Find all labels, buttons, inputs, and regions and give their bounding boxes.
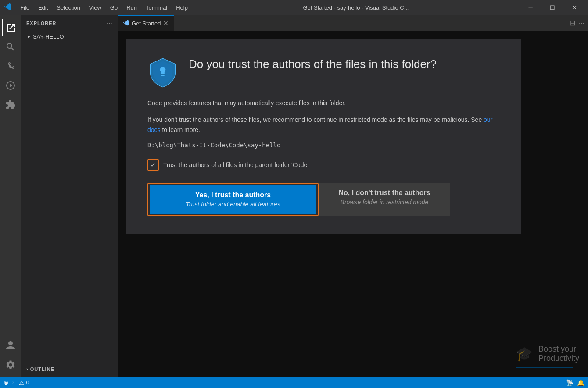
error-icon: ⊗ (4, 379, 9, 386)
sidebar-header: EXPLORER ··· (21, 15, 118, 31)
checkbox-row: ✓ Trust the authors of all files in the … (147, 157, 500, 172)
yes-trust-button[interactable]: Yes, I trust the authors Trust folder an… (150, 185, 316, 214)
broadcast-status[interactable]: 📡 (566, 379, 574, 386)
dialog-para2: If you don't trust the authors of these … (147, 115, 500, 135)
dialog-body: Code provides features that may automati… (147, 98, 500, 149)
menu-run[interactable]: Run (123, 4, 140, 12)
menu-file[interactable]: File (17, 4, 33, 12)
yes-button-main-label: Yes, I trust the authors (195, 191, 271, 199)
explorer-activity-icon[interactable] (2, 19, 19, 36)
yes-button-sub-label: Trust folder and enable all features (186, 201, 280, 208)
svg-rect-2 (160, 74, 166, 75)
dialog-overlay: Do you trust the authors of the files in… (118, 31, 588, 377)
no-button-sub-label: Browse folder in restricted mode (341, 199, 429, 206)
outline-arrow-icon: › (26, 367, 29, 372)
split-editor-button[interactable]: ⊟ (570, 19, 575, 27)
dialog-header: Do you trust the authors of the files in… (147, 57, 500, 89)
editor-area: Get Started ✕ ⊟ ··· le best ns to e als … (118, 15, 588, 377)
menu-go[interactable]: Go (107, 4, 121, 12)
menu-selection[interactable]: Selection (53, 4, 83, 12)
buttons-row: Yes, I trust the authors Trust folder an… (147, 183, 500, 216)
status-right: 📡 🔔 (566, 379, 584, 386)
tab-bar: Get Started ✕ ⊟ ··· (118, 15, 588, 31)
menu-edit[interactable]: Edit (35, 4, 51, 12)
tab-vscode-icon (123, 20, 129, 27)
trust-checkbox[interactable]: ✓ (149, 161, 157, 169)
search-activity-icon[interactable] (2, 38, 19, 56)
account-activity-icon[interactable] (2, 337, 19, 354)
maximize-button[interactable]: ☐ (542, 0, 563, 15)
dialog-para1: Code provides features that may automati… (147, 98, 500, 108)
menu-view[interactable]: View (86, 4, 105, 12)
tab-label: Get Started (132, 20, 161, 27)
trust-dialog: Do you trust the authors of the files in… (126, 39, 521, 234)
checkbox-label: Trust the authors of all files in the pa… (163, 161, 308, 168)
menu-help[interactable]: Help (172, 4, 191, 12)
vscode-logo (4, 3, 11, 13)
tab-bar-actions: ⊟ ··· (566, 15, 588, 31)
sidebar-title: EXPLORER (26, 21, 57, 26)
error-status[interactable]: ⊗ 0 (4, 379, 14, 386)
close-button[interactable]: ✕ (564, 0, 584, 15)
sidebar: EXPLORER ··· ▼ SAY-HELLO › OUTLINE (21, 15, 118, 377)
title-bar: File Edit Selection View Go Run Terminal… (0, 0, 588, 15)
minimize-button[interactable]: ─ (520, 0, 541, 15)
warning-count: 0 (26, 380, 29, 386)
get-started-tab[interactable]: Get Started ✕ (118, 15, 174, 31)
outline-section[interactable]: › OUTLINE (21, 363, 118, 375)
warning-icon: ⚠ (19, 379, 25, 386)
activity-bar (0, 15, 21, 377)
dialog-para2-end: to learn more. (161, 126, 200, 133)
menu-terminal[interactable]: Terminal (142, 4, 171, 12)
source-control-activity-icon[interactable] (2, 57, 19, 75)
bell-status[interactable]: 🔔 (577, 379, 584, 386)
main-layout: EXPLORER ··· ▼ SAY-HELLO › OUTLINE (0, 15, 588, 377)
settings-activity-icon[interactable] (2, 356, 19, 374)
tree-item-label: SAY-HELLO (33, 33, 64, 40)
dialog-path: D:\blog\Thats-It-Code\Code\say-hello (147, 142, 500, 149)
more-actions-button[interactable]: ··· (579, 19, 584, 27)
checkbox-wrapper: ✓ (147, 159, 159, 171)
sidebar-bottom: › OUTLINE (21, 361, 118, 377)
broadcast-icon: 📡 (566, 379, 574, 386)
sidebar-tree: ▼ SAY-HELLO (21, 31, 118, 361)
no-button-main-label: No, I don't trust the authors (338, 189, 430, 197)
sidebar-more-button[interactable]: ··· (107, 19, 112, 27)
menu-bar: File Edit Selection View Go Run Terminal… (17, 4, 191, 12)
bell-icon: 🔔 (577, 379, 584, 386)
dialog-para2-start: If you don't trust the authors of these … (147, 116, 484, 123)
run-debug-activity-icon[interactable] (2, 77, 19, 94)
extensions-activity-icon[interactable] (2, 96, 19, 114)
editor-content: le best ns to e als to VS t an he atures… (118, 31, 588, 377)
tree-item-say-hello[interactable]: ▼ SAY-HELLO (21, 32, 118, 41)
shield-icon (147, 57, 178, 89)
window-controls: ─ ☐ ✕ (520, 0, 584, 15)
outline-label: OUTLINE (30, 367, 54, 372)
warning-status[interactable]: ⚠ 0 (19, 379, 29, 386)
tab-close-button[interactable]: ✕ (163, 20, 169, 27)
yes-button-wrapper: Yes, I trust the authors Trust folder an… (147, 183, 319, 216)
status-bar: ⊗ 0 ⚠ 0 📡 🔔 (0, 377, 588, 388)
window-title: Get Started - say-hello - Visual Studio … (195, 4, 517, 11)
error-count: 0 (11, 380, 14, 386)
no-trust-button[interactable]: No, I don't trust the authors Browse fol… (319, 183, 450, 216)
dialog-title: Do you trust the authors of the files in… (189, 57, 437, 72)
collapse-arrow-icon: ▼ (26, 34, 31, 39)
